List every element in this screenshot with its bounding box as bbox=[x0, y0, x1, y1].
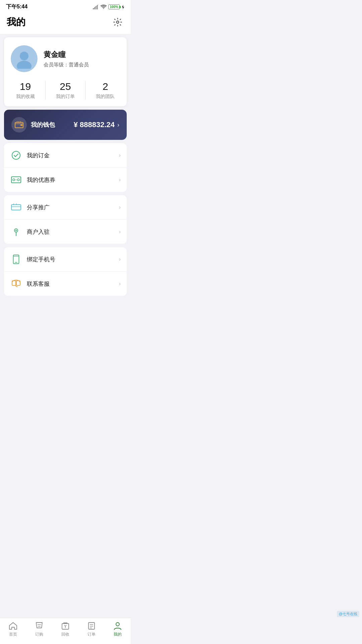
stat-divider-1 bbox=[45, 81, 46, 100]
nav-item-recycle[interactable]: 回收 bbox=[52, 622, 78, 637]
wallet-icon-bg bbox=[11, 117, 27, 132]
menu-item-deposit[interactable]: 我的订金 › bbox=[4, 143, 127, 168]
signal-icon bbox=[93, 5, 99, 9]
home-icon bbox=[9, 622, 17, 630]
deposit-label: 我的订金 bbox=[27, 152, 121, 159]
profile-stats: 19 我的收藏 25 我的订单 2 我的团队 bbox=[11, 81, 120, 100]
merchant-chevron-icon: › bbox=[119, 229, 121, 235]
deposit-icon-wrap bbox=[10, 149, 22, 161]
svg-point-7 bbox=[17, 61, 32, 69]
share-icon-wrap bbox=[10, 201, 22, 213]
user-name: 黄金瞳 bbox=[44, 50, 89, 60]
menu-section-1: 我的订金 › 我的优惠券 › bbox=[4, 143, 127, 192]
stat-team[interactable]: 2 我的团队 bbox=[96, 81, 115, 100]
profile-card: 黄金瞳 会员等级：普通会员 19 我的收藏 25 我的订单 2 我的团队 bbox=[4, 37, 127, 106]
stat-orders[interactable]: 25 我的订单 bbox=[56, 81, 75, 100]
coupon-label: 我的优惠券 bbox=[27, 176, 121, 184]
service-label: 联系客服 bbox=[27, 280, 121, 288]
share-chevron-icon: › bbox=[119, 204, 121, 210]
home-nav-label: 首页 bbox=[9, 632, 17, 637]
service-chevron-icon: › bbox=[119, 281, 121, 287]
settings-button[interactable] bbox=[111, 16, 124, 29]
wallet-amount: ¥ 888832.24 bbox=[74, 120, 115, 129]
svg-point-19 bbox=[15, 230, 17, 231]
favorites-count: 19 bbox=[16, 81, 35, 92]
service-icon-wrap bbox=[10, 278, 22, 290]
team-count: 2 bbox=[96, 81, 115, 92]
menu-section-3: 绑定手机号 › 联系客服 › bbox=[4, 247, 127, 296]
service-icon bbox=[11, 279, 21, 288]
coupon-icon-wrap bbox=[10, 174, 22, 186]
wallet-chevron-icon: › bbox=[117, 121, 119, 128]
gear-icon bbox=[113, 17, 122, 27]
status-icons: 100% bbox=[93, 4, 125, 9]
avatar-image bbox=[14, 49, 34, 69]
svg-rect-15 bbox=[11, 205, 21, 210]
charging-icon bbox=[121, 5, 125, 9]
battery-icon: 100% bbox=[108, 4, 120, 9]
menu-section-2: 分享推广 › 商户入驻 › bbox=[4, 195, 127, 244]
page-title: 我的 bbox=[7, 16, 25, 29]
order-buy-nav-label: 订购 bbox=[35, 632, 43, 637]
status-time: 下午5:44 bbox=[6, 3, 27, 10]
orders-count: 25 bbox=[56, 81, 75, 92]
menu-item-merchant[interactable]: 商户入驻 › bbox=[4, 220, 127, 244]
wallet-left: 我的钱包 bbox=[11, 117, 55, 132]
wallet-icon bbox=[15, 121, 23, 128]
svg-rect-29 bbox=[88, 623, 95, 629]
order-buy-icon bbox=[35, 622, 44, 630]
wallet-card[interactable]: 我的钱包 ¥ 888832.24 › bbox=[4, 110, 127, 140]
merchant-label: 商户入驻 bbox=[27, 228, 121, 236]
nav-item-orders[interactable]: 订单 bbox=[78, 622, 105, 637]
avatar[interactable] bbox=[11, 45, 38, 72]
deposit-chevron-icon: › bbox=[119, 152, 121, 158]
svg-point-5 bbox=[117, 21, 119, 23]
page-header: 我的 bbox=[0, 12, 131, 34]
nav-item-order-buy[interactable]: 订购 bbox=[26, 622, 52, 637]
share-label: 分享推广 bbox=[27, 204, 121, 211]
phone-chevron-icon: › bbox=[119, 256, 121, 262]
profile-info: 黄金瞳 会员等级：普通会员 bbox=[44, 50, 89, 68]
share-icon bbox=[11, 204, 21, 211]
orders-nav-label: 订单 bbox=[87, 632, 96, 637]
menu-item-phone[interactable]: 绑定手机号 › bbox=[4, 247, 127, 272]
profile-top: 黄金瞳 会员等级：普通会员 bbox=[11, 45, 120, 72]
favorites-label: 我的收藏 bbox=[16, 94, 35, 100]
svg-point-13 bbox=[17, 179, 19, 181]
recycle-nav-label: 回收 bbox=[61, 632, 69, 637]
phone-icon bbox=[12, 255, 20, 264]
svg-point-6 bbox=[20, 52, 28, 60]
svg-point-33 bbox=[116, 623, 119, 626]
stat-divider-2 bbox=[85, 81, 85, 100]
wallet-label: 我的钱包 bbox=[31, 121, 55, 129]
phone-icon-wrap bbox=[10, 253, 22, 265]
svg-rect-9 bbox=[20, 124, 22, 126]
bottom-nav: 首页 订购 回收 bbox=[0, 618, 131, 644]
mine-nav-label: 我的 bbox=[114, 632, 122, 637]
wifi-icon bbox=[101, 5, 107, 9]
mine-icon bbox=[113, 622, 122, 630]
nav-item-mine[interactable]: 我的 bbox=[105, 622, 131, 637]
deposit-icon bbox=[11, 151, 21, 160]
coupon-icon bbox=[11, 176, 21, 184]
nav-item-home[interactable]: 首页 bbox=[0, 622, 26, 637]
team-label: 我的团队 bbox=[96, 94, 115, 100]
svg-point-10 bbox=[12, 151, 20, 159]
menu-item-coupon[interactable]: 我的优惠券 › bbox=[4, 168, 127, 192]
user-level: 会员等级：普通会员 bbox=[44, 62, 89, 68]
merchant-icon-wrap bbox=[10, 226, 22, 238]
page-content: 黄金瞳 会员等级：普通会员 19 我的收藏 25 我的订单 2 我的团队 bbox=[0, 37, 131, 326]
orders-label: 我的订单 bbox=[56, 94, 75, 100]
coupon-chevron-icon: › bbox=[119, 177, 121, 183]
merchant-icon bbox=[12, 227, 20, 236]
recycle-icon bbox=[61, 622, 70, 630]
wallet-right: ¥ 888832.24 › bbox=[74, 120, 119, 129]
stat-favorites[interactable]: 19 我的收藏 bbox=[16, 81, 35, 100]
phone-label: 绑定手机号 bbox=[27, 256, 121, 263]
svg-point-12 bbox=[13, 179, 15, 181]
menu-item-share[interactable]: 分享推广 › bbox=[4, 195, 127, 220]
status-bar: 下午5:44 100% bbox=[0, 0, 131, 12]
menu-item-service[interactable]: 联系客服 › bbox=[4, 272, 127, 296]
orders-icon bbox=[87, 622, 96, 630]
